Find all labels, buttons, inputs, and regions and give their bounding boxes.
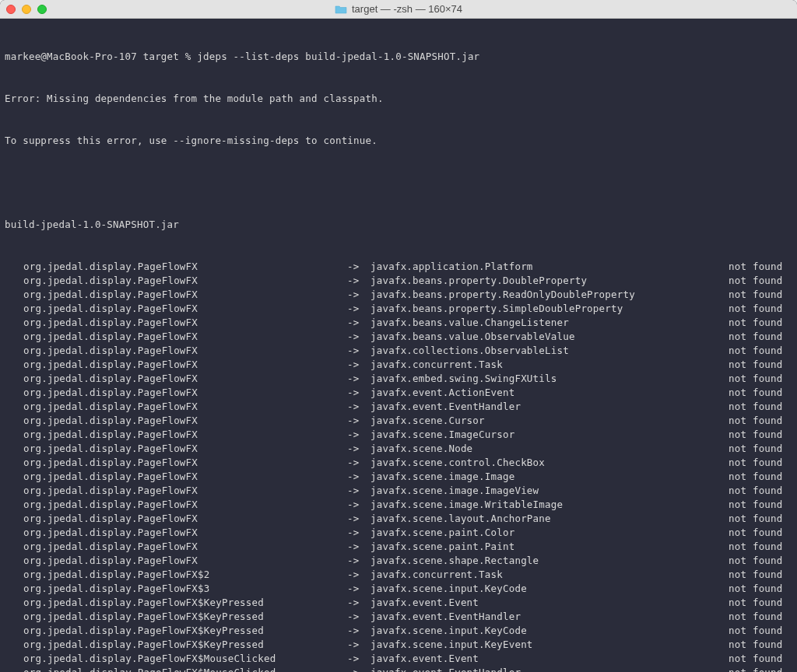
dep-source: org.jpedal.display.PageFlowFX bbox=[5, 288, 347, 302]
dep-row: org.jpedal.display.PageFlowFX$3-> javafx… bbox=[5, 582, 792, 596]
dep-target: javafx.event.EventHandler bbox=[370, 400, 729, 414]
dep-status: not found bbox=[729, 344, 783, 358]
dep-target: javafx.scene.control.CheckBox bbox=[370, 456, 729, 470]
dep-source: org.jpedal.display.PageFlowFX bbox=[5, 554, 347, 568]
dep-arrow: -> bbox=[347, 568, 370, 582]
dep-source: org.jpedal.display.PageFlowFX$KeyPressed bbox=[5, 610, 347, 624]
dep-row: org.jpedal.display.PageFlowFX$KeyPressed… bbox=[5, 596, 792, 610]
minimize-button[interactable] bbox=[22, 5, 31, 14]
dep-target: javafx.scene.image.Image bbox=[370, 470, 729, 484]
dep-status: not found bbox=[729, 596, 783, 610]
window-title: target — -zsh — 160×74 bbox=[335, 3, 462, 15]
dep-row: org.jpedal.display.PageFlowFX-> javafx.s… bbox=[5, 414, 792, 428]
error-line-2: To suppress this error, use --ignore-mis… bbox=[5, 134, 792, 148]
dep-status: not found bbox=[729, 470, 783, 484]
dep-arrow: -> bbox=[347, 372, 370, 386]
dep-arrow: -> bbox=[347, 652, 370, 666]
dep-status: not found bbox=[729, 624, 783, 638]
window-title-text: target — -zsh — 160×74 bbox=[352, 3, 462, 15]
dep-target: javafx.beans.value.ObservableValue bbox=[370, 330, 729, 344]
dep-row: org.jpedal.display.PageFlowFX-> javafx.c… bbox=[5, 358, 792, 372]
dep-source: org.jpedal.display.PageFlowFX bbox=[5, 456, 347, 470]
dep-status: not found bbox=[729, 414, 783, 428]
dep-status: not found bbox=[729, 330, 783, 344]
traffic-lights bbox=[6, 5, 47, 14]
dep-row: org.jpedal.display.PageFlowFX-> javafx.b… bbox=[5, 288, 792, 302]
dep-target: javafx.concurrent.Task bbox=[370, 358, 729, 372]
deps-list: org.jpedal.display.PageFlowFX-> javafx.a… bbox=[5, 260, 792, 672]
folder-icon bbox=[335, 5, 347, 14]
titlebar[interactable]: target — -zsh — 160×74 bbox=[0, 0, 797, 19]
dep-target: javafx.scene.image.ImageView bbox=[370, 484, 729, 498]
dep-row: org.jpedal.display.PageFlowFX-> javafx.s… bbox=[5, 428, 792, 442]
dep-row: org.jpedal.display.PageFlowFX-> javafx.s… bbox=[5, 456, 792, 470]
dep-target: javafx.scene.image.WritableImage bbox=[370, 498, 729, 512]
dep-target: javafx.collections.ObservableList bbox=[370, 344, 729, 358]
dep-row: org.jpedal.display.PageFlowFX-> javafx.s… bbox=[5, 484, 792, 498]
dep-source: org.jpedal.display.PageFlowFX bbox=[5, 302, 347, 316]
dep-source: org.jpedal.display.PageFlowFX bbox=[5, 442, 347, 456]
dep-status: not found bbox=[729, 274, 783, 288]
dep-arrow: -> bbox=[347, 288, 370, 302]
dep-row: org.jpedal.display.PageFlowFX-> javafx.c… bbox=[5, 344, 792, 358]
dep-status: not found bbox=[729, 582, 783, 596]
dep-source: org.jpedal.display.PageFlowFX$MouseClick… bbox=[5, 652, 347, 666]
dep-arrow: -> bbox=[347, 498, 370, 512]
dep-target: javafx.scene.input.KeyCode bbox=[370, 624, 729, 638]
dep-source: org.jpedal.display.PageFlowFX bbox=[5, 400, 347, 414]
dep-target: javafx.scene.input.KeyCode bbox=[370, 582, 729, 596]
dep-source: org.jpedal.display.PageFlowFX bbox=[5, 372, 347, 386]
dep-status: not found bbox=[729, 554, 783, 568]
dep-source: org.jpedal.display.PageFlowFX bbox=[5, 512, 347, 526]
dep-arrow: -> bbox=[347, 484, 370, 498]
dep-source: org.jpedal.display.PageFlowFX$MouseClick… bbox=[5, 666, 347, 672]
dep-target: javafx.beans.value.ChangeListener bbox=[370, 316, 729, 330]
dep-target: javafx.event.EventHandler bbox=[370, 666, 729, 672]
dep-status: not found bbox=[729, 638, 783, 652]
dep-row: org.jpedal.display.PageFlowFX-> javafx.b… bbox=[5, 330, 792, 344]
dep-row: org.jpedal.display.PageFlowFX-> javafx.s… bbox=[5, 442, 792, 456]
dep-row: org.jpedal.display.PageFlowFX-> javafx.b… bbox=[5, 302, 792, 316]
dep-target: javafx.scene.paint.Paint bbox=[370, 540, 729, 554]
dep-status: not found bbox=[729, 512, 783, 526]
dep-target: javafx.beans.property.DoubleProperty bbox=[370, 274, 729, 288]
dep-arrow: -> bbox=[347, 666, 370, 672]
dep-source: org.jpedal.display.PageFlowFX bbox=[5, 470, 347, 484]
dep-status: not found bbox=[729, 610, 783, 624]
dep-status: not found bbox=[729, 288, 783, 302]
dep-arrow: -> bbox=[347, 302, 370, 316]
close-button[interactable] bbox=[6, 5, 16, 14]
dep-target: javafx.scene.input.KeyEvent bbox=[370, 638, 729, 652]
dep-arrow: -> bbox=[347, 260, 370, 274]
dep-arrow: -> bbox=[347, 344, 370, 358]
terminal-window: target — -zsh — 160×74 markee@MacBook-Pr… bbox=[0, 0, 797, 672]
dep-arrow: -> bbox=[347, 414, 370, 428]
dep-source: org.jpedal.display.PageFlowFX$KeyPressed bbox=[5, 624, 347, 638]
dep-target: javafx.event.Event bbox=[370, 596, 729, 610]
dep-row: org.jpedal.display.PageFlowFX-> javafx.s… bbox=[5, 470, 792, 484]
dep-target: javafx.scene.Cursor bbox=[370, 414, 729, 428]
dep-arrow: -> bbox=[347, 386, 370, 400]
dep-arrow: -> bbox=[347, 512, 370, 526]
command: jdeps --list-deps build-jpedal-1.0-SNAPS… bbox=[197, 51, 479, 62]
maximize-button[interactable] bbox=[37, 5, 47, 14]
dep-row: org.jpedal.display.PageFlowFX$MouseClick… bbox=[5, 666, 792, 672]
dep-row: org.jpedal.display.PageFlowFX$2-> javafx… bbox=[5, 568, 792, 582]
dep-status: not found bbox=[729, 666, 783, 672]
terminal-body[interactable]: markee@MacBook-Pro-107 target % jdeps --… bbox=[0, 19, 797, 672]
blank-line bbox=[5, 176, 792, 190]
dep-row: org.jpedal.display.PageFlowFX-> javafx.b… bbox=[5, 274, 792, 288]
dep-source: org.jpedal.display.PageFlowFX$2 bbox=[5, 568, 347, 582]
dep-target: javafx.scene.paint.Color bbox=[370, 526, 729, 540]
dep-row: org.jpedal.display.PageFlowFX-> javafx.e… bbox=[5, 400, 792, 414]
dep-target: javafx.scene.ImageCursor bbox=[370, 428, 729, 442]
dep-target: javafx.beans.property.ReadOnlyDoubleProp… bbox=[370, 288, 729, 302]
dep-source: org.jpedal.display.PageFlowFX bbox=[5, 428, 347, 442]
dep-status: not found bbox=[729, 568, 783, 582]
jar-header: build-jpedal-1.0-SNAPSHOT.jar bbox=[5, 218, 792, 232]
dep-arrow: -> bbox=[347, 596, 370, 610]
dep-arrow: -> bbox=[347, 582, 370, 596]
dep-row: org.jpedal.display.PageFlowFX$KeyPressed… bbox=[5, 624, 792, 638]
dep-arrow: -> bbox=[347, 400, 370, 414]
dep-arrow: -> bbox=[347, 330, 370, 344]
